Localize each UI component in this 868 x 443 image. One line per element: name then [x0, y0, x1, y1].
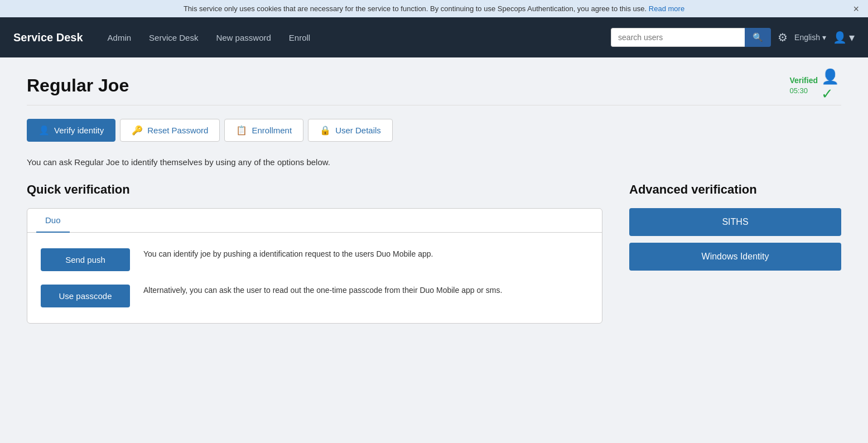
nav-enroll[interactable]: Enroll [282, 28, 317, 47]
language-arrow-icon: ▾ [822, 33, 826, 42]
tab-user-details-label: User Details [335, 126, 381, 135]
navbar: Service Desk Admin Service Desk New pass… [0, 17, 868, 57]
navbar-brand: Service Desk [13, 31, 83, 44]
duo-content: Send push You can identify joe by pushin… [27, 233, 602, 323]
nav-new-password[interactable]: New password [209, 28, 277, 47]
user-menu[interactable]: 👤 ▾ [833, 31, 855, 44]
navbar-nav: Admin Service Desk New password Enroll [101, 28, 611, 47]
language-selector[interactable]: English ▾ [794, 33, 826, 42]
tab-enrollment[interactable]: 📋 Enrollment [224, 119, 303, 142]
search-input[interactable] [611, 28, 745, 47]
tab-user-details[interactable]: 🔒 User Details [308, 119, 393, 142]
user-details-icon: 🔒 [320, 125, 331, 136]
send-push-button[interactable]: Send push [41, 248, 130, 271]
verify-identity-icon: 👤 [38, 125, 50, 136]
language-label: English [794, 33, 820, 42]
nav-admin[interactable]: Admin [101, 28, 138, 47]
duo-tab[interactable]: Duo [36, 209, 70, 233]
verified-user-check-icon: 👤✓ [821, 75, 841, 95]
cookie-close-button[interactable]: × [853, 3, 859, 15]
quick-verification-section: Quick verification Duo Send push You can… [27, 182, 602, 324]
use-passcode-row: Use passcode Alternatively, you can ask … [41, 285, 589, 307]
user-avatar-icon: 👤 [833, 31, 847, 44]
search-button[interactable]: 🔍 [745, 28, 771, 47]
duo-panel: Duo Send push You can identify joe by pu… [27, 208, 602, 324]
tab-reset-password[interactable]: 🔑 Reset Password [120, 119, 220, 142]
page-header: Regular Joe Verified 05:30 👤✓ [27, 75, 841, 105]
advanced-verification-buttons: SITHS Windows Identity [629, 208, 841, 271]
page-description: You can ask Regular Joe to identify them… [27, 157, 841, 167]
two-column-layout: Quick verification Duo Send push You can… [27, 182, 841, 324]
cookie-banner: This service only uses cookies that are … [0, 0, 868, 17]
tabs-bar: 👤 Verify identity 🔑 Reset Password 📋 Enr… [27, 119, 841, 142]
send-push-description: You can identify joe by pushing a identi… [143, 248, 433, 260]
cookie-read-more[interactable]: Read more [649, 4, 684, 13]
verified-icon-group: Verified 05:30 👤✓ [789, 75, 841, 95]
tab-reset-password-label: Reset Password [147, 126, 208, 135]
page-title: Regular Joe [27, 75, 129, 96]
windows-identity-button[interactable]: Windows Identity [629, 243, 841, 271]
cookie-text: This service only uses cookies that are … [184, 4, 647, 13]
tab-verify-identity-label: Verify identity [54, 126, 104, 135]
navbar-right: 🔍 ⚙ English ▾ 👤 ▾ [611, 28, 855, 47]
verified-label: Verified [789, 76, 818, 85]
search-icon: 🔍 [753, 32, 763, 42]
tab-verify-identity[interactable]: 👤 Verify identity [27, 119, 115, 142]
main-content: Regular Joe Verified 05:30 👤✓ 👤 Verify i… [0, 57, 868, 438]
quick-verification-title: Quick verification [27, 182, 602, 197]
advanced-verification-title: Advanced verification [629, 182, 841, 197]
tab-enrollment-label: Enrollment [252, 126, 292, 135]
enrollment-icon: 📋 [236, 125, 247, 136]
nav-service-desk[interactable]: Service Desk [142, 28, 205, 47]
duo-tab-bar: Duo [27, 209, 602, 233]
verified-badge: Verified 05:30 👤✓ [789, 75, 841, 95]
user-arrow-icon: ▾ [849, 31, 855, 44]
settings-icon[interactable]: ⚙ [778, 31, 788, 44]
siths-button[interactable]: SITHS [629, 208, 841, 236]
use-passcode-button[interactable]: Use passcode [41, 285, 130, 307]
search-wrapper: 🔍 [611, 28, 771, 47]
advanced-verification-section: Advanced verification SITHS Windows Iden… [629, 182, 841, 271]
use-passcode-description: Alternatively, you can ask the user to r… [143, 285, 502, 296]
send-push-row: Send push You can identify joe by pushin… [41, 248, 589, 271]
reset-password-icon: 🔑 [132, 125, 143, 136]
verified-time: 05:30 [789, 86, 808, 95]
